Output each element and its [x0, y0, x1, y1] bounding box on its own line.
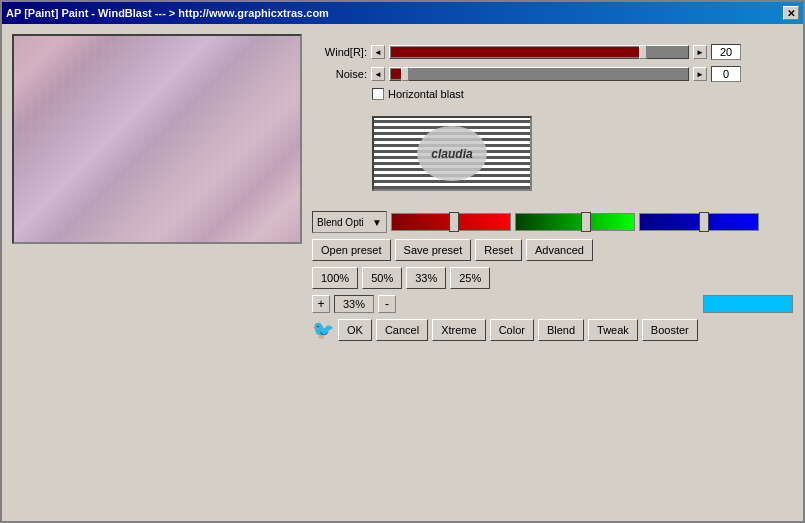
advanced-button[interactable]: Advanced [526, 239, 593, 261]
green-color-slider[interactable] [515, 213, 635, 231]
preview-circle: claudia [417, 126, 487, 181]
preset-buttons-row: Open preset Save preset Reset Advanced [312, 239, 793, 261]
red-slider-thumb[interactable] [449, 212, 459, 232]
booster-button[interactable]: Booster [642, 319, 698, 341]
red-color-slider[interactable] [391, 213, 511, 231]
wind-label: Wind[R]: [312, 46, 367, 58]
left-panel [12, 34, 302, 511]
color-button[interactable]: Color [490, 319, 534, 341]
noise-slider-left-arrow[interactable]: ◄ [371, 67, 385, 81]
50-percent-button[interactable]: 50% [362, 267, 402, 289]
noise-value-input[interactable] [711, 66, 741, 82]
noise-label: Noise: [312, 68, 367, 80]
content-area: Wind[R]: ◄ ► Noise: ◄ ► [2, 24, 803, 521]
preview-image-area: claudia [372, 116, 532, 191]
preview-overlay [14, 36, 300, 242]
blend-button[interactable]: Blend [538, 319, 584, 341]
tweak-button[interactable]: Tweak [588, 319, 638, 341]
wind-slider-row: Wind[R]: ◄ ► [312, 44, 793, 60]
reset-button[interactable]: Reset [475, 239, 522, 261]
zoom-row: + 33% - [312, 295, 793, 313]
cyan-bar [703, 295, 793, 313]
25-percent-button[interactable]: 25% [450, 267, 490, 289]
preview-text: claudia [431, 147, 472, 161]
wind-slider-left-arrow[interactable]: ◄ [371, 45, 385, 59]
spacer [312, 197, 793, 205]
percent-buttons-row: 100% 50% 33% 25% [312, 267, 793, 289]
ok-button[interactable]: OK [338, 319, 372, 341]
blue-slider-thumb[interactable] [699, 212, 709, 232]
33-percent-button[interactable]: 33% [406, 267, 446, 289]
open-preset-button[interactable]: Open preset [312, 239, 391, 261]
wind-value-input[interactable] [711, 44, 741, 60]
noise-slider-right-arrow[interactable]: ► [693, 67, 707, 81]
right-panel: Wind[R]: ◄ ► Noise: ◄ ► [312, 34, 793, 511]
checkbox-row: Horizontal blast [372, 88, 793, 100]
zoom-plus-button[interactable]: + [312, 295, 330, 313]
action-buttons-row: 🐦 OK Cancel Xtreme Color Blend Tweak Boo… [312, 319, 793, 341]
horizontal-blast-label: Horizontal blast [388, 88, 464, 100]
green-slider-thumb[interactable] [581, 212, 591, 232]
blend-dropdown-arrow: ▼ [372, 217, 382, 228]
wind-slider-right-arrow[interactable]: ► [693, 45, 707, 59]
cancel-button[interactable]: Cancel [376, 319, 428, 341]
wind-slider-thumb[interactable] [639, 45, 647, 59]
preview-canvas [12, 34, 302, 244]
close-button[interactable]: ✕ [783, 6, 799, 20]
titlebar: AP [Paint] Paint - WindBlast --- > http:… [2, 2, 803, 24]
100-percent-button[interactable]: 100% [312, 267, 358, 289]
zoom-minus-button[interactable]: - [378, 295, 396, 313]
main-window: AP [Paint] Paint - WindBlast --- > http:… [0, 0, 805, 523]
zoom-value-display: 33% [334, 295, 374, 313]
save-preset-button[interactable]: Save preset [395, 239, 472, 261]
noise-slider-track[interactable] [389, 67, 689, 81]
window-title: AP [Paint] Paint - WindBlast --- > http:… [6, 7, 783, 19]
wind-slider-fill [391, 47, 644, 57]
blend-row: Blend Opti ▼ [312, 211, 793, 233]
noise-slider-thumb[interactable] [401, 67, 409, 81]
bird-icon: 🐦 [312, 319, 334, 341]
blend-dropdown[interactable]: Blend Opti ▼ [312, 211, 387, 233]
horizontal-blast-checkbox[interactable] [372, 88, 384, 100]
blend-dropdown-label: Blend Opti [317, 217, 364, 228]
xtreme-button[interactable]: Xtreme [432, 319, 485, 341]
wind-slider-track[interactable] [389, 45, 689, 59]
noise-slider-row: Noise: ◄ ► [312, 66, 793, 82]
blue-color-slider[interactable] [639, 213, 759, 231]
